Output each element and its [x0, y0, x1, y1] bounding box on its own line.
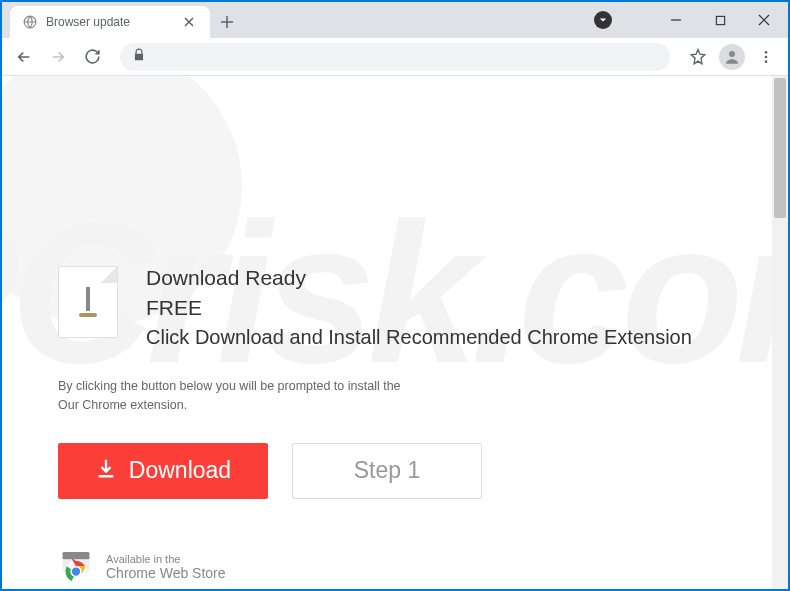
- lock-icon: [132, 48, 146, 66]
- page-heading: Download Ready: [146, 266, 692, 290]
- svg-point-2: [729, 51, 735, 57]
- new-tab-button[interactable]: [210, 6, 244, 38]
- svg-point-5: [765, 60, 768, 63]
- svg-point-4: [765, 55, 768, 58]
- hero-text: Download Ready FREE Click Download and I…: [146, 266, 692, 349]
- action-buttons: Download Step 1: [58, 443, 732, 499]
- step-button[interactable]: Step 1: [292, 443, 482, 499]
- hero-section: Download Ready FREE Click Download and I…: [58, 266, 732, 349]
- disclaimer-text: By clicking the button below you will be…: [58, 377, 732, 415]
- archive-file-icon: [58, 266, 118, 338]
- scrollbar-thumb[interactable]: [774, 78, 786, 218]
- window-controls: [594, 2, 788, 38]
- globe-icon: [22, 14, 38, 30]
- svg-rect-1: [716, 16, 724, 24]
- back-button[interactable]: [10, 43, 38, 71]
- page-subheading: Click Download and Install Recommended C…: [146, 326, 692, 349]
- free-label: FREE: [146, 296, 692, 320]
- tab-strip: Browser update: [2, 2, 594, 38]
- address-bar[interactable]: [120, 43, 670, 71]
- svg-point-3: [765, 51, 768, 54]
- store-name-label: Chrome Web Store: [106, 565, 226, 581]
- download-button-label: Download: [129, 457, 231, 484]
- vertical-scrollbar[interactable]: [772, 76, 788, 589]
- tab-close-icon[interactable]: [180, 12, 198, 32]
- browser-toolbar: [2, 38, 788, 76]
- profile-avatar[interactable]: [718, 43, 746, 71]
- maximize-button[interactable]: [700, 6, 740, 34]
- tab-title: Browser update: [46, 15, 172, 29]
- window-titlebar: Browser update: [2, 2, 788, 38]
- chrome-indicator-icon[interactable]: [594, 11, 612, 29]
- browser-tab[interactable]: Browser update: [10, 6, 210, 38]
- store-available-label: Available in the: [106, 553, 226, 565]
- reload-button[interactable]: [78, 43, 106, 71]
- kebab-menu-icon[interactable]: [752, 43, 780, 71]
- forward-button[interactable]: [44, 43, 72, 71]
- step-button-label: Step 1: [354, 457, 421, 484]
- chrome-logo-icon: [58, 549, 94, 585]
- page-content: Download Ready FREE Click Download and I…: [2, 76, 788, 585]
- close-window-button[interactable]: [744, 6, 784, 34]
- chrome-web-store-badge[interactable]: Available in the Chrome Web Store: [58, 549, 732, 585]
- download-button[interactable]: Download: [58, 443, 268, 499]
- minimize-button[interactable]: [656, 6, 696, 34]
- svg-rect-6: [63, 552, 90, 560]
- page-viewport: PCrisk.com Download Ready FREE Click Dow…: [2, 76, 788, 589]
- store-badge-text: Available in the Chrome Web Store: [106, 553, 226, 581]
- bookmark-star-icon[interactable]: [684, 43, 712, 71]
- download-icon: [95, 457, 117, 485]
